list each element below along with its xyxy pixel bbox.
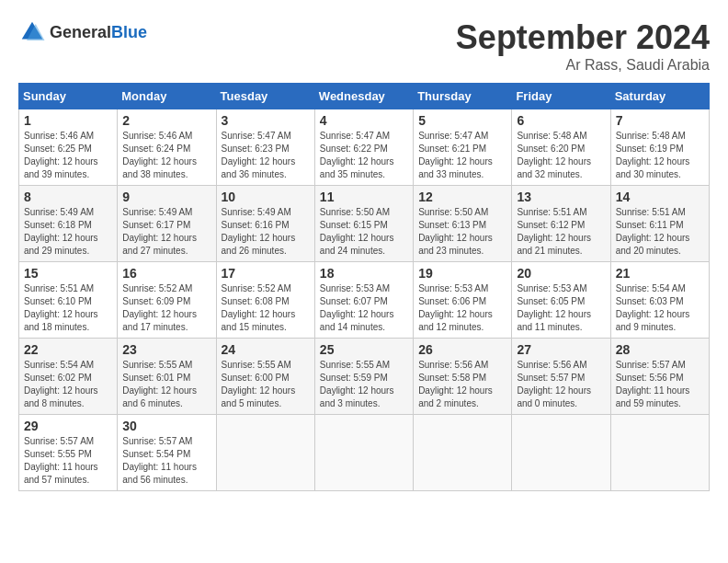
calendar-cell <box>216 415 314 491</box>
calendar-cell: 1Sunrise: 5:46 AMSunset: 6:25 PMDaylight… <box>19 109 118 186</box>
day-info: Sunrise: 5:55 AMSunset: 6:00 PMDaylight:… <box>222 359 310 410</box>
day-info: Sunrise: 5:49 AMSunset: 6:18 PMDaylight:… <box>24 206 112 258</box>
logo-icon <box>18 18 46 46</box>
calendar-cell: 3Sunrise: 5:47 AMSunset: 6:23 PMDaylight… <box>216 109 314 186</box>
day-number: 15 <box>24 266 112 281</box>
calendar-cell: 5Sunrise: 5:47 AMSunset: 6:21 PMDaylight… <box>414 109 512 186</box>
calendar-week-row-2: 8Sunrise: 5:49 AMSunset: 6:18 PMDaylight… <box>19 186 710 262</box>
day-number: 3 <box>222 113 310 128</box>
day-info: Sunrise: 5:47 AMSunset: 6:23 PMDaylight:… <box>222 130 310 181</box>
calendar-cell: 8Sunrise: 5:49 AMSunset: 6:18 PMDaylight… <box>19 186 118 262</box>
month-year-title: September 2024 <box>456 18 710 57</box>
calendar-cell: 4Sunrise: 5:47 AMSunset: 6:22 PMDaylight… <box>314 109 413 186</box>
calendar-cell <box>512 415 610 491</box>
calendar-week-row-5: 29Sunrise: 5:57 AMSunset: 5:55 PMDayligh… <box>19 415 710 491</box>
calendar-cell: 27Sunrise: 5:56 AMSunset: 5:57 PMDayligh… <box>512 339 610 415</box>
day-info: Sunrise: 5:48 AMSunset: 6:20 PMDaylight:… <box>517 130 605 181</box>
day-number: 25 <box>320 342 408 357</box>
calendar-cell: 30Sunrise: 5:57 AMSunset: 5:54 PMDayligh… <box>118 415 216 491</box>
calendar-cell: 25Sunrise: 5:55 AMSunset: 5:59 PMDayligh… <box>314 339 413 415</box>
day-info: Sunrise: 5:55 AMSunset: 6:01 PMDaylight:… <box>122 359 210 410</box>
page-header: GeneralBlue September 2024 Ar Rass, Saud… <box>18 18 710 74</box>
calendar-table: Sunday Monday Tuesday Wednesday Thursday… <box>18 83 710 491</box>
calendar-week-row-3: 15Sunrise: 5:51 AMSunset: 6:10 PMDayligh… <box>19 262 710 339</box>
calendar-cell: 16Sunrise: 5:52 AMSunset: 6:09 PMDayligh… <box>118 262 216 339</box>
location-subtitle: Ar Rass, Saudi Arabia <box>456 57 710 74</box>
day-info: Sunrise: 5:46 AMSunset: 6:24 PMDaylight:… <box>122 130 210 181</box>
calendar-cell: 18Sunrise: 5:53 AMSunset: 6:07 PMDayligh… <box>314 262 413 339</box>
calendar-cell: 14Sunrise: 5:51 AMSunset: 6:11 PMDayligh… <box>610 186 709 262</box>
day-number: 9 <box>122 190 210 204</box>
calendar-cell: 24Sunrise: 5:55 AMSunset: 6:00 PMDayligh… <box>216 339 314 415</box>
calendar-cell: 20Sunrise: 5:53 AMSunset: 6:05 PMDayligh… <box>512 262 610 339</box>
calendar-cell: 23Sunrise: 5:55 AMSunset: 6:01 PMDayligh… <box>118 339 216 415</box>
day-number: 7 <box>616 113 704 128</box>
day-number: 5 <box>418 113 506 128</box>
day-info: Sunrise: 5:53 AMSunset: 6:06 PMDaylight:… <box>418 282 506 334</box>
day-info: Sunrise: 5:49 AMSunset: 6:17 PMDaylight:… <box>122 206 210 258</box>
day-number: 13 <box>517 190 605 204</box>
calendar-cell <box>314 415 413 491</box>
logo-text: GeneralBlue <box>50 23 147 42</box>
day-info: Sunrise: 5:51 AMSunset: 6:12 PMDaylight:… <box>517 206 605 258</box>
calendar-cell: 7Sunrise: 5:48 AMSunset: 6:19 PMDaylight… <box>610 109 709 186</box>
day-number: 23 <box>122 342 210 357</box>
col-saturday: Saturday <box>610 84 709 109</box>
day-number: 19 <box>418 266 506 281</box>
calendar-week-row-4: 22Sunrise: 5:54 AMSunset: 6:02 PMDayligh… <box>19 339 710 415</box>
logo-blue: Blue <box>111 23 147 41</box>
calendar-cell: 19Sunrise: 5:53 AMSunset: 6:06 PMDayligh… <box>414 262 512 339</box>
day-info: Sunrise: 5:57 AMSunset: 5:55 PMDaylight:… <box>24 435 112 487</box>
calendar-cell: 10Sunrise: 5:49 AMSunset: 6:16 PMDayligh… <box>216 186 314 262</box>
day-info: Sunrise: 5:51 AMSunset: 6:10 PMDaylight:… <box>24 282 112 334</box>
calendar-cell: 21Sunrise: 5:54 AMSunset: 6:03 PMDayligh… <box>610 262 709 339</box>
day-info: Sunrise: 5:52 AMSunset: 6:09 PMDaylight:… <box>122 282 210 334</box>
day-number: 6 <box>517 113 605 128</box>
day-info: Sunrise: 5:46 AMSunset: 6:25 PMDaylight:… <box>24 130 112 181</box>
day-info: Sunrise: 5:47 AMSunset: 6:22 PMDaylight:… <box>320 130 408 181</box>
day-number: 4 <box>320 113 408 128</box>
day-number: 18 <box>320 266 408 281</box>
day-number: 17 <box>222 266 310 281</box>
title-block: September 2024 Ar Rass, Saudi Arabia <box>456 18 710 74</box>
day-number: 21 <box>616 266 704 281</box>
day-number: 11 <box>320 190 408 204</box>
day-number: 8 <box>24 190 112 204</box>
day-info: Sunrise: 5:47 AMSunset: 6:21 PMDaylight:… <box>418 130 506 181</box>
day-number: 29 <box>24 419 112 433</box>
calendar-cell: 2Sunrise: 5:46 AMSunset: 6:24 PMDaylight… <box>118 109 216 186</box>
day-number: 28 <box>616 342 704 357</box>
calendar-cell: 29Sunrise: 5:57 AMSunset: 5:55 PMDayligh… <box>19 415 118 491</box>
day-number: 16 <box>122 266 210 281</box>
calendar-cell <box>414 415 512 491</box>
day-number: 26 <box>418 342 506 357</box>
calendar-cell: 12Sunrise: 5:50 AMSunset: 6:13 PMDayligh… <box>414 186 512 262</box>
calendar-cell: 11Sunrise: 5:50 AMSunset: 6:15 PMDayligh… <box>314 186 413 262</box>
day-info: Sunrise: 5:50 AMSunset: 6:13 PMDaylight:… <box>418 206 506 258</box>
day-number: 10 <box>222 190 310 204</box>
day-number: 1 <box>24 113 112 128</box>
col-sunday: Sunday <box>19 84 118 109</box>
calendar-cell <box>610 415 709 491</box>
col-thursday: Thursday <box>414 84 512 109</box>
day-number: 24 <box>222 342 310 357</box>
calendar-week-row-1: 1Sunrise: 5:46 AMSunset: 6:25 PMDaylight… <box>19 109 710 186</box>
day-info: Sunrise: 5:53 AMSunset: 6:07 PMDaylight:… <box>320 282 408 334</box>
day-info: Sunrise: 5:49 AMSunset: 6:16 PMDaylight:… <box>222 206 310 258</box>
calendar-cell: 17Sunrise: 5:52 AMSunset: 6:08 PMDayligh… <box>216 262 314 339</box>
col-friday: Friday <box>512 84 610 109</box>
day-number: 30 <box>122 419 210 433</box>
day-info: Sunrise: 5:51 AMSunset: 6:11 PMDaylight:… <box>616 206 704 258</box>
day-info: Sunrise: 5:57 AMSunset: 5:54 PMDaylight:… <box>122 435 210 487</box>
day-info: Sunrise: 5:54 AMSunset: 6:03 PMDaylight:… <box>616 282 704 334</box>
calendar-cell: 22Sunrise: 5:54 AMSunset: 6:02 PMDayligh… <box>19 339 118 415</box>
day-info: Sunrise: 5:53 AMSunset: 6:05 PMDaylight:… <box>517 282 605 334</box>
col-monday: Monday <box>118 84 216 109</box>
calendar-cell: 26Sunrise: 5:56 AMSunset: 5:58 PMDayligh… <box>414 339 512 415</box>
day-info: Sunrise: 5:55 AMSunset: 5:59 PMDaylight:… <box>320 359 408 410</box>
day-info: Sunrise: 5:52 AMSunset: 6:08 PMDaylight:… <box>222 282 310 334</box>
day-info: Sunrise: 5:56 AMSunset: 5:58 PMDaylight:… <box>418 359 506 410</box>
day-number: 2 <box>122 113 210 128</box>
logo-general: General <box>50 23 111 41</box>
day-number: 20 <box>517 266 605 281</box>
